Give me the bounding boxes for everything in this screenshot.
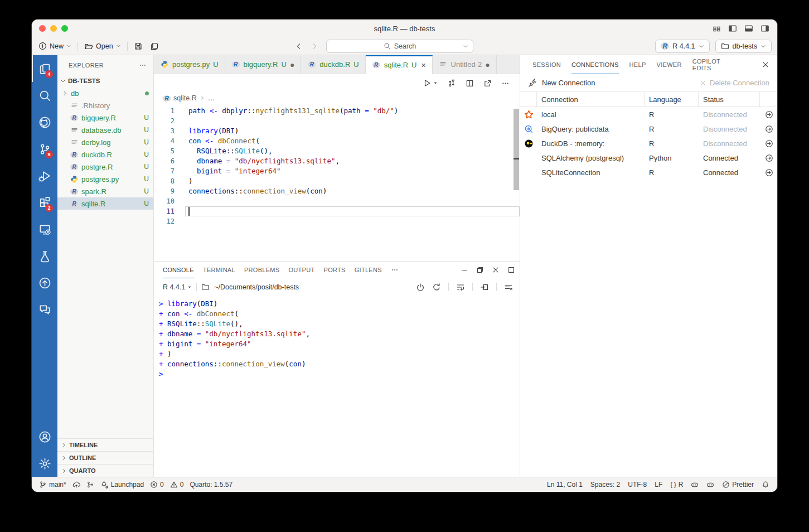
split-editor-icon[interactable] xyxy=(466,79,474,88)
interpreter-selector[interactable]: R R 4.4.1 xyxy=(655,40,709,53)
activity-item-search[interactable] xyxy=(32,82,57,109)
sidebar-item-database-db[interactable]: database.dbU xyxy=(57,124,153,136)
tab-sqlite-r[interactable]: Rsqlite.RU× xyxy=(366,55,433,74)
sidebar-item-db[interactable]: db xyxy=(57,87,153,99)
breadcrumb[interactable]: R sqlite.R … xyxy=(154,92,520,104)
run-dropdown-icon[interactable] xyxy=(433,81,438,85)
status-eol[interactable]: LF xyxy=(655,481,662,489)
sidebar-section-outline[interactable]: OUTLINE xyxy=(57,451,153,464)
tab-duckdb-r[interactable]: Rduckdb.RU xyxy=(301,55,365,74)
status-encoding[interactable]: UTF-8 xyxy=(628,481,647,489)
tab-untitled-2[interactable]: Untitled-2● xyxy=(433,55,497,74)
more-actions-icon[interactable] xyxy=(139,61,147,69)
activity-item-settings[interactable] xyxy=(32,450,57,477)
minimize-panel-icon[interactable] xyxy=(461,266,468,274)
new-connection-button[interactable]: New Connection xyxy=(528,78,595,88)
status-notifications[interactable] xyxy=(762,481,769,489)
close-secondary-panel-icon[interactable] xyxy=(762,61,769,69)
secondary-tab-connections[interactable]: CONNECTIONS xyxy=(571,55,619,74)
sidebar-item-postgres-py[interactable]: postgres.pyU xyxy=(57,173,153,185)
activity-item-github[interactable] xyxy=(32,109,57,136)
secondary-tab-viewer[interactable]: VIEWER xyxy=(657,55,682,74)
console-interpreter-selector[interactable]: R 4.4.1 xyxy=(163,283,192,291)
console-output[interactable]: > library(DBI)+ con <- dbConnect(+ RSQLi… xyxy=(154,296,520,477)
toggle-panel-icon[interactable] xyxy=(744,24,753,33)
navigate-forward-icon[interactable] xyxy=(311,42,318,50)
shutdown-console-icon[interactable] xyxy=(416,283,425,292)
secondary-tab-help[interactable]: HELP xyxy=(629,55,646,74)
sidebar-section-quarto[interactable]: QUARTO xyxy=(57,464,153,477)
sidebar-item-bigquery-r[interactable]: Rbigquery.RU xyxy=(57,112,153,124)
sidebar-section-timeline[interactable]: TIMELINE xyxy=(57,438,153,451)
connection-row-sqlalchemy-postgresql-[interactable]: SQLAlchemy (postgresql)PythonConnected xyxy=(520,151,777,165)
activity-item-source-control[interactable]: 9 xyxy=(32,136,57,162)
connection-row-bigquery-publicdata[interactable]: BigQuery: publicdataRDisconnected xyxy=(520,122,777,136)
status-errors[interactable]: 0 xyxy=(150,481,164,489)
delete-connection-button[interactable]: Delete Connection xyxy=(700,79,769,87)
connection-row-local[interactable]: localRDisconnected xyxy=(520,107,777,122)
maximize-panel-icon[interactable] xyxy=(507,266,515,274)
customize-layout-icon[interactable] xyxy=(713,25,721,33)
open-connection-icon[interactable] xyxy=(760,139,777,148)
status-copilot-chat[interactable] xyxy=(706,481,714,489)
secondary-tab-session[interactable]: SESSION xyxy=(532,55,561,74)
status-git-branch[interactable]: main* xyxy=(39,481,66,489)
new-button[interactable]: New xyxy=(38,42,71,50)
restart-console-icon[interactable] xyxy=(432,283,441,292)
secondary-tab-copilot-edits[interactable]: COPILOT EDITS xyxy=(692,55,740,74)
run-file-icon[interactable] xyxy=(423,79,432,88)
status-indentation[interactable]: Spaces: 2 xyxy=(590,481,620,489)
open-connection-icon[interactable] xyxy=(760,154,777,162)
status-warnings[interactable]: 0 xyxy=(170,481,184,489)
activity-item-run-debug[interactable] xyxy=(32,162,57,189)
restore-panel-icon[interactable] xyxy=(476,266,484,274)
panel-tab-output[interactable]: OUTPUT xyxy=(288,262,314,278)
status-publish[interactable] xyxy=(72,481,80,489)
sidebar-item-sqlite-r[interactable]: Rsqlite.RU xyxy=(57,197,153,210)
open-button[interactable]: Open xyxy=(84,42,121,51)
panel-tab-ports[interactable]: PORTS xyxy=(324,262,346,278)
panel-tab-console[interactable]: CONSOLE xyxy=(163,262,194,278)
sidebar-item-duckdb-r[interactable]: Rduckdb.RU xyxy=(57,148,153,161)
workspace-selector[interactable]: db-tests xyxy=(715,40,772,53)
sidebar-item-spark-r[interactable]: Rspark.RU xyxy=(57,185,153,197)
more-actions-icon[interactable] xyxy=(501,79,510,88)
status-gitlens-graph[interactable] xyxy=(86,481,94,489)
source-file-icon[interactable] xyxy=(447,79,456,88)
status-launchpad[interactable]: Launchpad xyxy=(100,481,144,489)
move-to-editor-icon[interactable] xyxy=(480,283,489,292)
activity-item-explorer[interactable]: 4 xyxy=(32,55,57,82)
tab-bigquery-r[interactable]: Rbigquery.RU● xyxy=(225,55,302,74)
status-cursor-position[interactable]: Ln 11, Col 1 xyxy=(547,481,583,489)
close-tab-icon[interactable]: × xyxy=(421,61,425,70)
close-panel-icon[interactable] xyxy=(492,266,500,274)
connection-row-duckdb-memory-[interactable]: DuckDB - :memory:RDisconnected xyxy=(520,136,777,151)
activity-item-remote-explorer[interactable] xyxy=(32,216,57,243)
search-input[interactable]: Search xyxy=(326,40,473,53)
status-language-mode[interactable]: { }R xyxy=(670,481,683,489)
navigate-back-icon[interactable] xyxy=(295,42,303,50)
column-header-connection[interactable]: Connection xyxy=(537,92,645,107)
word-wrap-icon[interactable] xyxy=(456,283,465,292)
activity-item-comments[interactable] xyxy=(32,296,57,323)
toggle-secondary-sidebar-icon[interactable] xyxy=(760,24,769,33)
activity-item-account[interactable] xyxy=(32,423,57,450)
status-prettier[interactable]: Prettier xyxy=(722,481,754,489)
open-connection-icon[interactable] xyxy=(760,168,777,177)
open-in-window-icon[interactable] xyxy=(483,79,492,88)
activity-item-extensions[interactable]: 2 xyxy=(32,189,57,216)
connection-row-sqliteconnection[interactable]: SQLiteConnectionRConnected xyxy=(520,165,777,180)
open-connection-icon[interactable] xyxy=(760,110,777,119)
sidebar-item-postgre-r[interactable]: Rpostgre.RU xyxy=(57,161,153,173)
column-header-status[interactable]: Status xyxy=(699,92,760,107)
panel-tab-terminal[interactable]: TERMINAL xyxy=(203,262,235,278)
activity-item-publish[interactable] xyxy=(32,269,57,296)
tab-postgres-py[interactable]: postgres.pyU xyxy=(154,55,225,74)
workspace-root-folder[interactable]: DB-TESTS xyxy=(57,75,153,87)
sidebar-item--rhistory[interactable]: .Rhistory xyxy=(57,99,153,112)
status-copilot[interactable] xyxy=(691,481,699,489)
open-connection-icon[interactable] xyxy=(760,125,777,133)
panel-tab-gitlens[interactable]: GITLENS xyxy=(355,262,382,278)
save-all-icon[interactable] xyxy=(150,42,159,51)
code-editor[interactable]: 1path <- dbplyr::nycflights131_sqlite(pa… xyxy=(154,104,520,261)
